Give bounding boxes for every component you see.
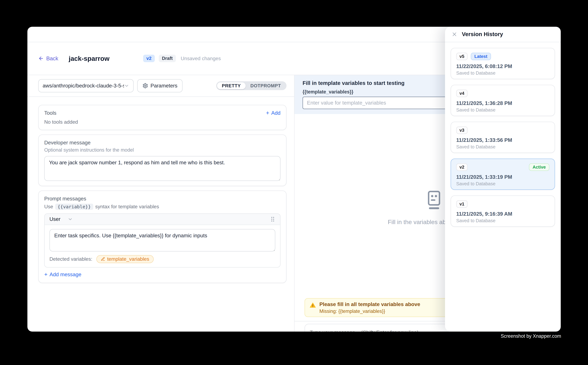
version-number-badge: v1 [456, 200, 468, 208]
model-toolbar: aws/anthropic/bedrock-claude-3-5-s... Pa… [28, 75, 294, 97]
add-message-label: Add message [49, 272, 81, 277]
role-value: User [49, 216, 60, 222]
prompt-messages-title: Prompt messages [44, 196, 281, 202]
message-input[interactable]: Enter task specifics. Use {{template_var… [49, 229, 275, 252]
chevron-down-icon [124, 83, 129, 88]
version-timestamp: 11/22/2025, 6:08:12 PM [456, 63, 549, 69]
plus-icon: + [44, 272, 48, 277]
syntax-code-chip: {{variable}} [55, 204, 93, 210]
version-timestamp: 11/21/2025, 1:33:19 PM [456, 174, 549, 180]
drag-handle[interactable] [270, 216, 275, 222]
page-title: jack-sparrow [69, 55, 110, 62]
unsaved-changes-label: Unsaved changes [181, 56, 221, 61]
model-selector[interactable]: aws/anthropic/bedrock-claude-3-5-s... [38, 79, 134, 92]
developer-message-title: Developer message [44, 140, 281, 146]
message-header: User [45, 214, 280, 225]
editor-scroll-area: Tools + Add No tools added Developer mes… [28, 97, 294, 283]
back-button[interactable]: Back [38, 55, 58, 62]
version-number-badge: v4 [456, 90, 468, 97]
version-timestamp: 11/21/2025, 1:36:28 PM [456, 100, 549, 106]
grip-dots-icon [270, 216, 275, 222]
status-badge: Draft [159, 55, 176, 62]
toggle-option-pretty[interactable]: PRETTY [217, 82, 246, 89]
pencil-icon [101, 257, 105, 261]
prompt-editor-pane: aws/anthropic/bedrock-claude-3-5-s... Pa… [28, 75, 295, 332]
parameters-button[interactable]: Parameters [137, 79, 183, 92]
arrow-left-icon [38, 56, 44, 61]
add-message-button[interactable]: + Add message [44, 272, 81, 277]
developer-message-subtitle: Optional system instructions for the mod… [44, 147, 281, 153]
message-body: Enter task specifics. Use {{template_var… [45, 225, 280, 267]
developer-message-card: Developer message Optional system instru… [38, 134, 286, 186]
toggle-option-dotprompt[interactable]: DOTPROMPT [246, 82, 286, 89]
plus-icon: + [266, 110, 269, 116]
tools-card: Tools + Add No tools added [38, 105, 286, 130]
warning-missing: Missing: {{template_variables}} [319, 309, 420, 314]
version-history-panel: Version History v5 Latest 11/22/2025, 6:… [445, 27, 560, 332]
detected-variables-label: Detected variables: [49, 256, 92, 262]
version-history-header: Version History [445, 27, 560, 42]
desktop-background: Back jack-sparrow v2 Draft Unsaved chang… [0, 0, 588, 365]
gear-icon [142, 83, 148, 89]
version-timestamp: 11/21/2025, 1:33:56 PM [456, 137, 549, 143]
detected-variable-name: template_variables [107, 256, 149, 262]
version-list: v5 Latest 11/22/2025, 6:08:12 PM Saved t… [445, 42, 560, 232]
version-number-badge: v3 [456, 126, 468, 134]
robot-icon [426, 191, 443, 211]
prompt-messages-card: Prompt messages Use {{variable}} syntax … [38, 190, 286, 283]
add-tool-button[interactable]: + Add [266, 110, 281, 116]
detected-variable-chip[interactable]: template_variables [96, 255, 154, 263]
tools-empty-text: No tools added [44, 119, 281, 125]
version-state-badge: Latest [471, 53, 491, 60]
version-timestamp: 11/21/2025, 9:16:39 AM [456, 211, 549, 217]
add-tool-label: Add [271, 110, 281, 116]
warning-icon [310, 302, 316, 314]
parameters-label: Parameters [151, 83, 178, 89]
version-source: Saved to Database [456, 181, 549, 186]
role-selector[interactable]: User [49, 216, 73, 222]
close-icon [451, 31, 457, 37]
version-source: Saved to Database [456, 107, 549, 112]
version-card[interactable]: v1 11/21/2025, 9:16:39 AM Saved to Datab… [451, 196, 555, 227]
syntax-hint-suffix: syntax for template variables [95, 204, 159, 210]
close-button[interactable] [451, 31, 457, 37]
message-block: User [44, 213, 281, 267]
format-toggle: PRETTY DOTPROMPT [216, 81, 286, 90]
developer-message-input[interactable]: You are jack sparrow number 1, respond a… [44, 156, 281, 181]
version-state-badge: Active [529, 163, 549, 171]
version-source: Saved to Database [456, 218, 549, 223]
syntax-hint: Use {{variable}} syntax for template var… [44, 204, 281, 210]
model-selector-value: aws/anthropic/bedrock-claude-3-5-s... [43, 83, 124, 89]
chevron-down-icon [68, 217, 73, 222]
warning-title: Please fill in all template variables ab… [319, 301, 420, 307]
version-card[interactable]: v4 11/21/2025, 1:36:28 PM Saved to Datab… [451, 85, 555, 116]
version-card[interactable]: v5 Latest 11/22/2025, 6:08:12 PM Saved t… [451, 48, 555, 79]
version-source: Saved to Database [456, 70, 549, 76]
version-card[interactable]: v2 Active 11/21/2025, 1:33:19 PM Saved t… [451, 159, 555, 190]
syntax-hint-prefix: Use [44, 204, 53, 210]
detected-variables-row: Detected variables: template_variables [49, 255, 275, 263]
version-source: Saved to Database [456, 144, 549, 149]
back-label: Back [46, 55, 58, 62]
version-badge: v2 [143, 55, 155, 62]
version-history-title: Version History [462, 31, 503, 37]
version-number-badge: v2 [456, 163, 468, 171]
version-number-badge: v5 [456, 53, 468, 60]
version-card[interactable]: v3 11/21/2025, 1:33:56 PM Saved to Datab… [451, 122, 555, 153]
tools-title: Tools [44, 110, 56, 116]
watermark: Screenshot by Xnapper.com [501, 333, 561, 339]
